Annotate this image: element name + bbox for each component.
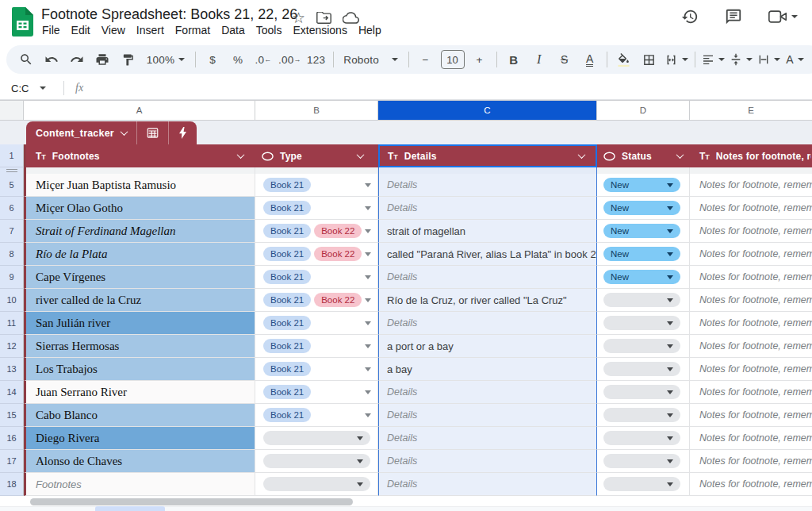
status-dropdown[interactable] bbox=[603, 293, 680, 307]
cell-type[interactable]: Book 21 bbox=[255, 404, 378, 427]
status-dropdown[interactable] bbox=[603, 408, 680, 422]
row-header-1[interactable]: 1 bbox=[0, 144, 24, 167]
row-header[interactable]: 12 bbox=[0, 335, 24, 358]
video-call-icon[interactable] bbox=[768, 10, 798, 24]
dropdown-arrow-icon[interactable] bbox=[365, 367, 371, 371]
row-header[interactable]: 18 bbox=[0, 473, 24, 496]
row-header[interactable]: 8 bbox=[0, 243, 24, 266]
cell-notes[interactable]: Notes for footnote, remem bbox=[690, 427, 812, 450]
cell-details[interactable]: Details bbox=[378, 381, 597, 404]
cell-status[interactable] bbox=[597, 427, 690, 450]
text-color-button[interactable]: A bbox=[580, 49, 600, 70]
cell-footnote[interactable]: Strait of Ferdinand Magellan bbox=[24, 220, 255, 243]
cell-status[interactable]: New bbox=[597, 197, 690, 220]
cell-notes[interactable]: Notes for footnote, remem bbox=[690, 312, 812, 335]
name-box[interactable]: C:C bbox=[0, 83, 56, 94]
cell-footnote[interactable]: Río de la Plata bbox=[24, 243, 255, 266]
cell-footnote[interactable]: Sierras Hermosas bbox=[24, 335, 255, 358]
menu-edit[interactable]: Edit bbox=[66, 22, 96, 38]
table-tab[interactable]: Content_tracker bbox=[26, 121, 197, 144]
font-size-input[interactable]: 10 bbox=[441, 49, 465, 70]
cell-footnote[interactable]: Alonso de Chaves bbox=[24, 450, 255, 473]
cell-type[interactable] bbox=[255, 450, 378, 473]
cell-notes[interactable]: Notes for footnote, remem bbox=[690, 450, 812, 473]
bold-button[interactable]: B bbox=[504, 49, 524, 70]
type-chip[interactable]: Book 21 bbox=[263, 362, 311, 376]
cell-footnote[interactable]: San Julián river bbox=[24, 312, 255, 335]
status-dropdown[interactable]: New bbox=[603, 247, 680, 261]
cell-status[interactable] bbox=[597, 289, 690, 312]
type-dropdown[interactable] bbox=[263, 431, 370, 445]
cell-details[interactable]: Details bbox=[378, 404, 597, 427]
menu-format[interactable]: Format bbox=[170, 22, 216, 38]
italic-button[interactable]: I bbox=[529, 49, 550, 70]
cell-footnote[interactable]: Cabo Blanco bbox=[24, 404, 255, 427]
menu-tools[interactable]: Tools bbox=[251, 22, 288, 38]
menu-insert[interactable]: Insert bbox=[131, 22, 170, 38]
status-dropdown[interactable] bbox=[603, 385, 680, 399]
cell-footnote[interactable]: Diego Rivera bbox=[24, 427, 255, 450]
type-chip[interactable]: Book 21 bbox=[263, 293, 311, 307]
cell-details[interactable]: Details bbox=[378, 197, 597, 220]
row-header[interactable]: 14 bbox=[0, 381, 24, 404]
dropdown-arrow-icon[interactable] bbox=[365, 252, 371, 256]
cell-details[interactable]: Details bbox=[378, 427, 597, 450]
document-title[interactable]: Footnote Spreadsheet: Books 21, 22, 26 bbox=[41, 6, 297, 23]
row-header[interactable]: 10 bbox=[0, 289, 24, 312]
chevron-down-icon[interactable] bbox=[578, 151, 586, 159]
menu-help[interactable]: Help bbox=[353, 22, 387, 38]
row-header[interactable]: 17 bbox=[0, 450, 24, 473]
type-chip[interactable]: Book 21 bbox=[263, 339, 311, 353]
cell-type[interactable]: Book 21Book 22 bbox=[255, 289, 378, 312]
cell-footnote[interactable]: Juan Serrano River bbox=[24, 381, 255, 404]
paint-format-icon[interactable] bbox=[117, 49, 138, 70]
status-dropdown[interactable] bbox=[603, 454, 680, 468]
cell-type[interactable]: Book 21Book 22 bbox=[255, 220, 378, 243]
cell-notes[interactable]: Notes for footnote, remem bbox=[690, 266, 812, 289]
table-name-menu[interactable]: Content_tracker bbox=[26, 121, 136, 144]
type-chip[interactable]: Book 22 bbox=[314, 247, 362, 261]
header-cell-details[interactable]: TT Details bbox=[378, 144, 597, 167]
text-wrapping-button[interactable] bbox=[757, 49, 780, 70]
active-sheet-tab-edge[interactable] bbox=[95, 506, 165, 511]
font-family-select[interactable]: Roboto bbox=[340, 49, 402, 70]
cell-status[interactable] bbox=[597, 358, 690, 381]
cell-status[interactable]: New bbox=[597, 266, 690, 289]
format-currency-button[interactable]: $ bbox=[202, 49, 223, 70]
sheets-logo-icon[interactable] bbox=[12, 7, 33, 36]
type-chip[interactable]: Book 21 bbox=[263, 178, 311, 192]
decrease-font-size-button[interactable]: − bbox=[416, 49, 436, 70]
cell-footnote[interactable]: river called de la Cruz bbox=[24, 289, 255, 312]
cell-footnote[interactable]: Miçer Olao Gotho bbox=[24, 197, 255, 220]
type-chip[interactable]: Book 22 bbox=[314, 293, 362, 307]
cell-notes[interactable]: Notes for footnote, remem bbox=[690, 381, 812, 404]
fill-color-button[interactable] bbox=[614, 49, 634, 70]
cell-details[interactable]: Details bbox=[378, 266, 597, 289]
cell-type[interactable]: Book 21 bbox=[255, 381, 378, 404]
cell-notes[interactable]: Notes for footnote, remem bbox=[690, 243, 812, 266]
cell-type[interactable]: Book 21 bbox=[255, 335, 378, 358]
chevron-down-icon[interactable] bbox=[357, 151, 365, 159]
row-header[interactable]: 6 bbox=[0, 197, 24, 220]
cell-notes[interactable]: Notes for footnote, remem bbox=[690, 174, 812, 197]
cell-status[interactable] bbox=[597, 473, 690, 496]
undo-icon[interactable] bbox=[41, 49, 62, 70]
cell-details[interactable]: Details bbox=[378, 174, 597, 197]
type-dropdown[interactable] bbox=[263, 477, 370, 491]
dropdown-arrow-icon[interactable] bbox=[365, 298, 371, 302]
cell-notes[interactable]: Notes for footnote, remem bbox=[690, 335, 812, 358]
chevron-down-icon[interactable] bbox=[676, 151, 684, 159]
status-dropdown[interactable]: New bbox=[603, 178, 680, 192]
print-icon[interactable] bbox=[92, 49, 113, 70]
horizontal-scrollbar[interactable] bbox=[30, 498, 353, 505]
cell-details[interactable]: strait of magellan bbox=[378, 220, 597, 243]
menu-view[interactable]: View bbox=[96, 22, 131, 38]
cell-details[interactable]: Río de la Cruz, or river called "La Cruz… bbox=[378, 289, 597, 312]
cell-type[interactable]: Book 21 bbox=[255, 174, 378, 197]
status-dropdown[interactable] bbox=[603, 477, 680, 491]
type-chip[interactable]: Book 21 bbox=[263, 270, 311, 284]
cell-footnote[interactable]: Miçer Juan Baptista Ramusio bbox=[24, 174, 255, 197]
type-chip[interactable]: Book 21 bbox=[263, 316, 311, 330]
cell-status[interactable] bbox=[597, 404, 690, 427]
type-dropdown[interactable] bbox=[263, 454, 370, 468]
